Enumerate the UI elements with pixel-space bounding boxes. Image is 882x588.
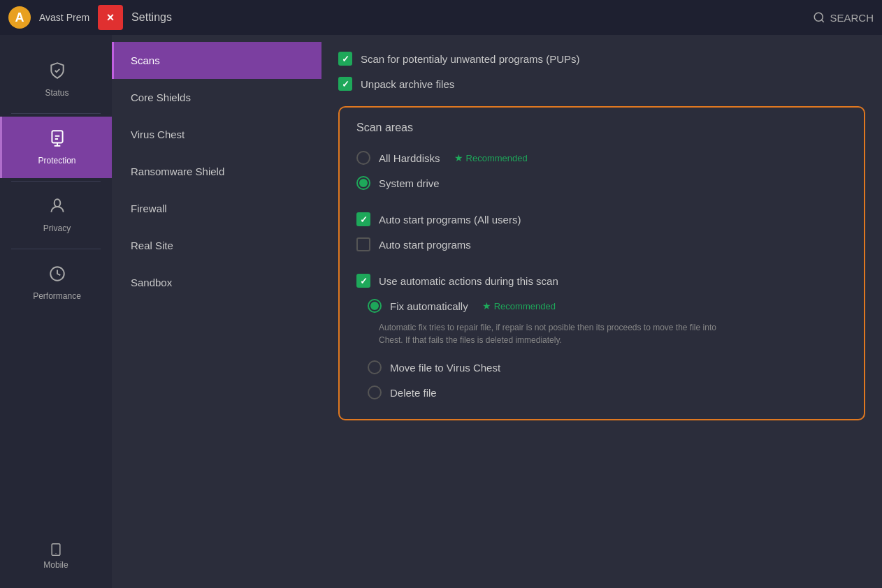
sidebar-item-protection[interactable]: Protection xyxy=(0,117,112,178)
content-area: Scan for potentialy unwanted programs (P… xyxy=(321,35,882,588)
sidebar-divider-2 xyxy=(11,181,101,182)
radio-all-harddisks[interactable] xyxy=(356,151,370,165)
privacy-icon xyxy=(48,197,66,219)
menu-item-core-shields[interactable]: Core Shields xyxy=(112,79,321,116)
checkbox-scan-pups[interactable] xyxy=(338,52,352,66)
middle-menu: Scans Core Shields Virus Chest Ransomwar… xyxy=(112,35,321,588)
menu-item-sandbox[interactable]: Sandbox xyxy=(112,264,321,301)
svg-point-0 xyxy=(815,13,823,21)
scan-areas-box: Scan areas All Harddisks ★ Recommended S… xyxy=(338,106,865,420)
sidebar-item-performance-label: Performance xyxy=(33,291,81,301)
checkbox-auto-start-all[interactable] xyxy=(356,212,370,226)
auto-start-label: Auto start programs xyxy=(379,239,471,251)
radio-system-drive-label: System drive xyxy=(379,177,440,189)
svg-point-3 xyxy=(54,199,60,207)
protection-icon xyxy=(48,129,66,152)
check-row-pups: Scan for potentialy unwanted programs (P… xyxy=(338,46,865,71)
sidebar-item-status[interactable]: Status xyxy=(0,49,112,110)
check-row-auto-start-all: Auto start programs (All users) xyxy=(356,207,847,232)
menu-item-scans[interactable]: Scans xyxy=(112,42,321,79)
radio-row-fix-auto: Fix automatically ★ Recommended xyxy=(368,293,847,318)
radio-move-chest[interactable] xyxy=(368,360,382,374)
radio-move-chest-label: Move file to Virus Chest xyxy=(390,362,500,374)
radio-all-harddisks-label: All Harddisks xyxy=(379,152,440,164)
scan-pups-label: Scan for potentialy unwanted programs (P… xyxy=(361,53,579,65)
radio-row-move-chest: Move file to Virus Chest xyxy=(368,355,847,380)
radio-system-drive[interactable] xyxy=(356,176,370,190)
radio-delete-file-label: Delete file xyxy=(390,387,437,399)
radio-row-system-drive: System drive xyxy=(356,170,847,196)
radio-fix-auto-label: Fix automatically xyxy=(390,300,468,312)
fix-auto-description: Automatic fix tries to repair file, if r… xyxy=(379,321,742,346)
radio-row-all-harddisks: All Harddisks ★ Recommended xyxy=(356,145,847,170)
main-layout: Status Protection Privacy Performance xyxy=(0,35,882,588)
auto-start-all-label: Auto start programs (All users) xyxy=(379,214,521,226)
search-button[interactable]: SEARCH xyxy=(813,11,874,24)
checkbox-auto-start[interactable] xyxy=(356,237,370,251)
search-label: SEARCH xyxy=(830,12,874,24)
sidebar-item-status-label: Status xyxy=(45,88,68,98)
check-row-auto-actions: Use automatic actions during this scan xyxy=(356,268,847,293)
gap-1 xyxy=(356,196,847,207)
star-icon-fix: ★ xyxy=(482,300,491,311)
search-icon xyxy=(813,11,825,24)
svg-line-1 xyxy=(822,20,824,22)
checkbox-auto-actions[interactable] xyxy=(356,274,370,288)
svg-rect-2 xyxy=(52,131,62,142)
menu-item-virus-chest[interactable]: Virus Chest xyxy=(112,116,321,153)
sidebar-item-mobile[interactable]: Mobile xyxy=(0,536,112,577)
sidebar-item-privacy[interactable]: Privacy xyxy=(0,184,112,246)
performance-icon xyxy=(48,265,66,287)
checkbox-unpack-archives[interactable] xyxy=(338,77,352,91)
sidebar-item-performance[interactable]: Performance xyxy=(0,252,112,314)
auto-actions-label: Use automatic actions during this scan xyxy=(379,275,558,287)
radio-delete-file[interactable] xyxy=(368,385,382,399)
gap-2 xyxy=(356,257,847,268)
recommended-badge-fix: ★ Recommended xyxy=(482,300,556,311)
recommended-badge-harddisks: ★ Recommended xyxy=(454,152,528,163)
scan-areas-title: Scan areas xyxy=(356,122,847,134)
app-logo-text: Avast Prem xyxy=(39,12,89,23)
radio-fix-automatically[interactable] xyxy=(368,299,382,313)
sidebar-item-protection-label: Protection xyxy=(38,156,75,166)
check-row-auto-start: Auto start programs xyxy=(356,232,847,257)
sidebar-item-privacy-label: Privacy xyxy=(43,223,71,233)
mobile-icon xyxy=(49,543,63,560)
left-sidebar: Status Protection Privacy Performance xyxy=(0,35,112,588)
sidebar-divider-3 xyxy=(11,249,101,249)
top-bar: A Avast Prem × Settings SEARCH xyxy=(0,0,882,35)
svg-rect-5 xyxy=(52,544,60,556)
unpack-archives-label: Unpack archive files xyxy=(361,78,454,90)
status-icon xyxy=(48,61,66,84)
settings-title: Settings xyxy=(131,11,172,24)
menu-item-firewall[interactable]: Firewall xyxy=(112,190,321,227)
sidebar-divider-1 xyxy=(11,113,101,114)
menu-item-real-site[interactable]: Real Site xyxy=(112,227,321,264)
radio-row-delete-file: Delete file xyxy=(368,380,847,405)
app-logo-icon: A xyxy=(8,6,31,29)
check-row-unpack: Unpack archive files xyxy=(338,71,865,96)
sidebar-item-mobile-label: Mobile xyxy=(43,560,68,570)
close-button[interactable]: × xyxy=(98,5,123,30)
menu-item-ransomware-shield[interactable]: Ransomware Shield xyxy=(112,153,321,190)
star-icon: ★ xyxy=(454,152,463,163)
